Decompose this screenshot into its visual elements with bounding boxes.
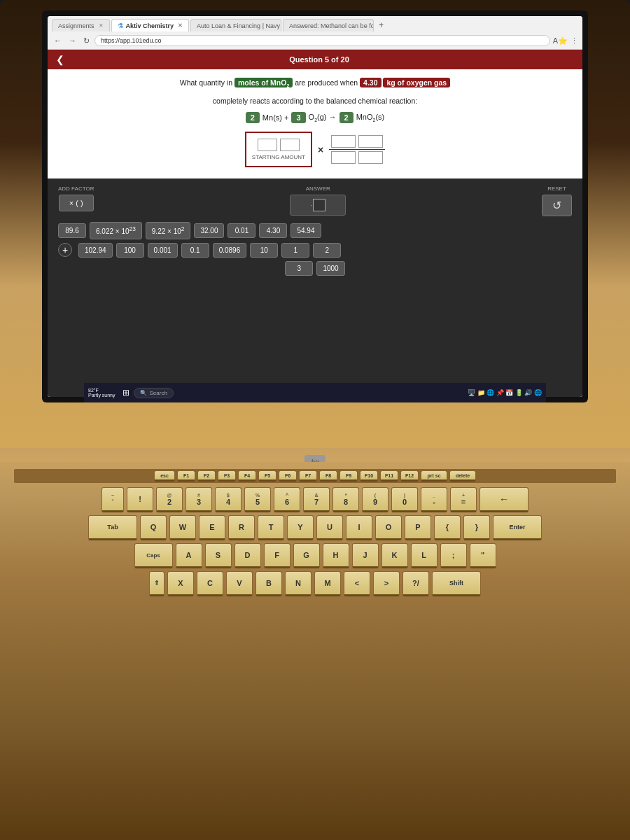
key-i[interactable]: I bbox=[346, 515, 372, 540]
num-btn-100[interactable]: 100 bbox=[116, 243, 144, 258]
key-minus[interactable]: _- bbox=[421, 487, 447, 512]
key-v[interactable]: V bbox=[226, 571, 253, 596]
num-btn-922e2[interactable]: 9.22 × 102 bbox=[146, 222, 191, 239]
num-btn-1000[interactable]: 1000 bbox=[316, 261, 344, 276]
key-q[interactable]: Q bbox=[140, 515, 167, 540]
tab-answered[interactable]: Answered: Methanol can be form... ✕ bbox=[283, 19, 374, 31]
key-lshift[interactable]: ⇑ bbox=[149, 571, 164, 596]
key-f3[interactable]: F3 bbox=[218, 470, 236, 482]
key-f6[interactable]: F6 bbox=[279, 470, 297, 482]
key-f5[interactable]: F5 bbox=[258, 470, 276, 482]
key-equals[interactable]: += bbox=[450, 487, 477, 512]
key-s[interactable]: S bbox=[205, 543, 232, 568]
key-2[interactable]: @2 bbox=[156, 487, 183, 512]
key-1[interactable]: ! bbox=[127, 487, 153, 512]
key-b[interactable]: B bbox=[255, 571, 282, 596]
tab-auto-loan[interactable]: Auto Loan & Financing | Navy F... ✕ bbox=[190, 19, 281, 31]
num-btn-5494[interactable]: 54.94 bbox=[290, 223, 321, 238]
key-4[interactable]: $4 bbox=[215, 487, 241, 512]
num-btn-01[interactable]: 0.1 bbox=[181, 243, 209, 258]
key-w[interactable]: W bbox=[169, 515, 196, 540]
key-backtick[interactable]: ~` bbox=[102, 487, 124, 512]
sa-input-2[interactable] bbox=[280, 139, 300, 151]
frac-input-top1[interactable] bbox=[331, 135, 356, 148]
num-btn-430[interactable]: 4.30 bbox=[259, 223, 287, 238]
key-g[interactable]: G bbox=[293, 543, 320, 568]
key-l[interactable]: L bbox=[411, 543, 438, 568]
key-tab[interactable]: Tab bbox=[88, 515, 137, 540]
tab-aktiv-chemistry[interactable]: ⚗ Aktiv Chemistry ✕ bbox=[111, 19, 190, 31]
windows-start-btn[interactable]: ⊞ bbox=[122, 388, 130, 397]
key-t[interactable]: T bbox=[258, 515, 284, 540]
num-btn-3[interactable]: 3 bbox=[285, 261, 313, 276]
key-h[interactable]: H bbox=[323, 543, 349, 568]
num-btn-001[interactable]: 0.01 bbox=[227, 223, 255, 238]
frac-input-top2[interactable] bbox=[358, 135, 383, 148]
key-c[interactable]: C bbox=[197, 571, 223, 596]
back-btn[interactable]: ← bbox=[52, 36, 64, 46]
key-rshift[interactable]: Shift bbox=[432, 571, 481, 596]
key-delete[interactable]: delete bbox=[449, 470, 476, 482]
num-btn-1[interactable]: 1 bbox=[281, 243, 309, 258]
key-period[interactable]: > bbox=[373, 571, 400, 596]
key-f2[interactable]: F2 bbox=[197, 470, 216, 482]
key-f10[interactable]: F10 bbox=[360, 470, 378, 482]
key-lbracket[interactable]: { bbox=[434, 515, 461, 540]
taskbar-search-box[interactable]: 🔍 Search bbox=[134, 388, 174, 398]
num-btn-6022e23[interactable]: 6.022 × 1023 bbox=[90, 222, 142, 239]
key-x[interactable]: X bbox=[167, 571, 194, 596]
key-n[interactable]: N bbox=[285, 571, 312, 596]
key-o[interactable]: O bbox=[375, 515, 402, 540]
key-r[interactable]: R bbox=[228, 515, 255, 540]
num-btn-2[interactable]: 2 bbox=[313, 243, 341, 258]
forward-btn[interactable]: → bbox=[66, 36, 78, 46]
refresh-btn[interactable]: ↻ bbox=[81, 36, 92, 46]
key-f11[interactable]: F11 bbox=[380, 470, 398, 482]
settings-icon[interactable]: ⋮ bbox=[570, 36, 578, 46]
num-btn-10294[interactable]: 102.94 bbox=[78, 243, 113, 258]
key-comma[interactable]: < bbox=[344, 571, 370, 596]
key-rbracket[interactable]: } bbox=[463, 515, 490, 540]
key-quote[interactable]: " bbox=[470, 543, 496, 568]
key-d[interactable]: D bbox=[234, 543, 261, 568]
key-capslock[interactable]: Caps bbox=[134, 543, 173, 568]
num-btn-10[interactable]: 10 bbox=[250, 243, 278, 258]
key-prtsc[interactable]: prt sc bbox=[421, 470, 447, 482]
back-arrow-icon[interactable]: ❮ bbox=[56, 54, 64, 65]
key-k[interactable]: K bbox=[382, 543, 408, 568]
frac-input-bot2[interactable] bbox=[358, 151, 383, 164]
key-m[interactable]: M bbox=[314, 571, 341, 596]
num-btn-3200[interactable]: 32.00 bbox=[194, 223, 224, 238]
key-esc[interactable]: esc bbox=[154, 470, 175, 482]
tab-assignments[interactable]: Assignments ✕ bbox=[52, 19, 110, 31]
key-f9[interactable]: F9 bbox=[340, 470, 358, 482]
num-btn-0001[interactable]: 0.001 bbox=[148, 243, 178, 258]
key-f12[interactable]: F12 bbox=[400, 470, 419, 482]
key-f1[interactable]: F1 bbox=[177, 470, 195, 482]
key-slash[interactable]: ?/ bbox=[402, 571, 429, 596]
key-0[interactable]: )0 bbox=[391, 487, 418, 512]
reset-btn[interactable]: ↺ bbox=[542, 195, 572, 216]
plus-expand-btn[interactable]: + bbox=[58, 243, 72, 257]
key-f4[interactable]: F4 bbox=[238, 470, 256, 482]
key-f7[interactable]: F7 bbox=[299, 470, 317, 482]
close-assignments-icon[interactable]: ✕ bbox=[99, 22, 104, 29]
add-factor-btn[interactable]: × ( ) bbox=[59, 195, 94, 211]
answer-cursor[interactable] bbox=[313, 199, 326, 211]
key-backspace[interactable]: ← bbox=[479, 487, 528, 512]
key-semicolon[interactable]: ; bbox=[440, 543, 467, 568]
key-9[interactable]: (9 bbox=[362, 487, 388, 512]
num-btn-00896[interactable]: 0.0896 bbox=[213, 243, 247, 258]
key-u[interactable]: U bbox=[316, 515, 343, 540]
key-enter-top[interactable]: Enter bbox=[493, 515, 542, 540]
address-bar[interactable]: https://app.101edu.co bbox=[94, 35, 550, 46]
key-f[interactable]: F bbox=[264, 543, 290, 568]
key-6[interactable]: ^6 bbox=[274, 487, 300, 512]
key-e[interactable]: E bbox=[199, 515, 225, 540]
key-p[interactable]: P bbox=[405, 515, 431, 540]
key-5[interactable]: %5 bbox=[244, 487, 271, 512]
close-aktiv-icon[interactable]: ✕ bbox=[178, 22, 183, 29]
key-f8[interactable]: F8 bbox=[319, 470, 337, 482]
num-btn-89-6[interactable]: 89.6 bbox=[58, 223, 86, 238]
key-y[interactable]: Y bbox=[287, 515, 314, 540]
